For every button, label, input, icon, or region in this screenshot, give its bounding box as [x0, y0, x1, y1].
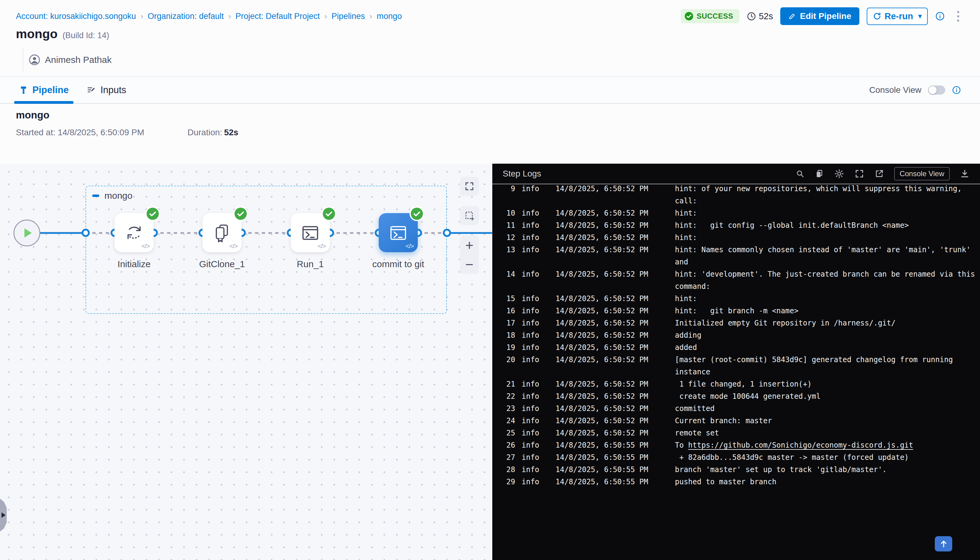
- page: Account: kurosakiichigo.songoku›Organiza…: [0, 0, 980, 560]
- rerun-label: Re-run: [885, 11, 913, 22]
- settings-gear-icon[interactable]: [834, 168, 844, 179]
- status-badge: SUCCESS: [681, 9, 739, 23]
- log-line: 23info14/8/2025, 6:50:52 PMcommitted: [498, 402, 980, 415]
- search-icon[interactable]: [795, 169, 805, 178]
- log-line: 29info14/8/2025, 6:50:55 PMpushed to mas…: [498, 476, 980, 488]
- start-node[interactable]: [13, 220, 40, 247]
- connector-line: [447, 232, 492, 234]
- log-link[interactable]: https://github.com/Sonichigo/economy-dis…: [688, 441, 913, 450]
- log-line: 27info14/8/2025, 6:50:55 PM + 82a6dbb...…: [498, 451, 980, 463]
- log-line-wrap: instance: [498, 366, 980, 378]
- breadcrumb-item[interactable]: Account: kurosakiichigo.songoku: [16, 12, 136, 21]
- inputs-icon: [87, 85, 96, 95]
- stage-duration: Duration:52s: [188, 128, 238, 137]
- log-line: 13info14/8/2025, 6:50:52 PMhint: Names c…: [498, 244, 980, 256]
- code-badge: </>: [318, 242, 326, 250]
- info-icon[interactable]: [935, 11, 945, 21]
- log-toolbar: Console View: [795, 167, 970, 180]
- log-line: 14info14/8/2025, 6:50:52 PMhint: 'develo…: [498, 268, 980, 280]
- pencil-icon: [788, 12, 796, 20]
- marquee-select-button[interactable]: [460, 206, 479, 225]
- zoom-in-button[interactable]: +: [460, 235, 479, 255]
- console-view-toggle[interactable]: [928, 85, 945, 95]
- topbar: Account: kurosakiichigo.songoku›Organiza…: [0, 0, 980, 32]
- stage-group-header: mongo: [92, 190, 133, 201]
- console-view-info-icon[interactable]: [952, 85, 961, 95]
- step-status-success: [233, 207, 248, 221]
- duration-text: 52s: [759, 11, 773, 22]
- breadcrumb-item[interactable]: mongo: [377, 12, 402, 21]
- log-line: 26info14/8/2025, 6:50:55 PMTo https://gi…: [498, 439, 980, 451]
- copy-icon[interactable]: [815, 169, 824, 178]
- tab-inputs-label: Inputs: [100, 85, 126, 95]
- fullscreen-icon[interactable]: [855, 169, 864, 178]
- log-line-wrap: call:: [498, 195, 980, 207]
- rerun-button[interactable]: Re-run ▾: [867, 8, 928, 25]
- stage-info: mongo Started at: 14/8/2025, 6:50:09 PM …: [16, 104, 238, 137]
- log-line: 10info14/8/2025, 6:50:52 PMhint:: [498, 207, 980, 219]
- connector-dashed-line: [85, 232, 115, 234]
- left-panel-expander[interactable]: [0, 498, 7, 532]
- tabbar-right: Console View: [869, 85, 961, 95]
- kebab-menu[interactable]: [955, 9, 961, 23]
- scroll-to-top-button[interactable]: [935, 536, 952, 552]
- terminal-icon: [300, 223, 320, 243]
- pipeline-canvas[interactable]: </>Initialize</>GitClone_1</>Run_1</>com…: [0, 164, 492, 560]
- tab-pipeline-label: Pipeline: [32, 85, 69, 95]
- breadcrumb-separator: ›: [370, 12, 372, 21]
- log-body[interactable]: 9info14/8/2025, 6:50:52 PMhint: of your …: [492, 185, 980, 560]
- step-status-success: [322, 207, 336, 221]
- rerun-refresh-icon: [873, 12, 882, 20]
- sync-icon: [124, 223, 144, 243]
- step-label: GitClone_1: [199, 259, 245, 269]
- page-title: mongo: [16, 27, 58, 41]
- step-status-success: [145, 207, 160, 221]
- success-check-icon: [684, 12, 693, 21]
- breadcrumb-separator: ›: [228, 12, 231, 21]
- log-line-wrap: command:: [498, 280, 980, 293]
- build-id: (Build Id: 14): [63, 31, 109, 40]
- collapse-stage-icon[interactable]: [92, 195, 99, 197]
- connector-dashed-line: [242, 232, 291, 234]
- user-avatar-icon: [29, 54, 40, 66]
- started-at: Started at: 14/8/2025, 6:50:09 PM: [16, 128, 188, 137]
- play-icon: [25, 228, 32, 238]
- connector-port[interactable]: [443, 229, 451, 237]
- console-view-button[interactable]: Console View: [894, 167, 950, 180]
- terminal-icon: [388, 223, 408, 243]
- connector-port[interactable]: [82, 229, 90, 237]
- code-badge: </>: [229, 242, 238, 250]
- edit-pipeline-button[interactable]: Edit Pipeline: [780, 7, 859, 25]
- tab-pipeline[interactable]: Pipeline: [19, 77, 69, 103]
- success-check-icon: [411, 208, 423, 220]
- breadcrumb-item[interactable]: Project: Default Project: [235, 12, 320, 21]
- title-row: mongo (Build Id: 14): [16, 27, 109, 41]
- success-check-icon: [323, 208, 335, 220]
- breadcrumb-item[interactable]: Organization: default: [148, 12, 224, 21]
- log-line: 21info14/8/2025, 6:50:52 PM 1 file chang…: [498, 378, 980, 390]
- log-line-wrap: and: [498, 256, 980, 268]
- zoom-controls: + −: [460, 235, 479, 274]
- step-label: Run_1: [297, 259, 324, 269]
- log-line: 19info14/8/2025, 6:50:52 PMadded: [498, 342, 980, 353]
- log-line: 16info14/8/2025, 6:50:52 PMhint: git bra…: [498, 305, 980, 317]
- console-view-label: Console View: [869, 85, 922, 95]
- breadcrumb-separator: ›: [140, 12, 143, 21]
- log-header: Step Logs Console View: [492, 164, 980, 185]
- step-status-success: [410, 207, 424, 221]
- breadcrumb-separator: ›: [324, 12, 327, 21]
- marquee-icon: [464, 210, 475, 221]
- edit-pipeline-label: Edit Pipeline: [800, 11, 851, 21]
- breadcrumb-item[interactable]: Pipelines: [332, 12, 365, 21]
- open-in-new-icon[interactable]: [874, 169, 884, 178]
- toggle-knob: [929, 86, 937, 94]
- stage-name: mongo: [16, 109, 238, 121]
- clock-icon: [747, 12, 756, 21]
- download-icon[interactable]: [960, 169, 970, 178]
- tab-inputs[interactable]: Inputs: [87, 77, 126, 103]
- success-check-icon: [147, 208, 159, 220]
- zoom-out-button[interactable]: −: [460, 255, 479, 274]
- author-row: Animesh Pathak: [23, 48, 112, 72]
- fit-view-button[interactable]: [460, 177, 479, 196]
- elapsed-duration: 52s: [747, 11, 773, 22]
